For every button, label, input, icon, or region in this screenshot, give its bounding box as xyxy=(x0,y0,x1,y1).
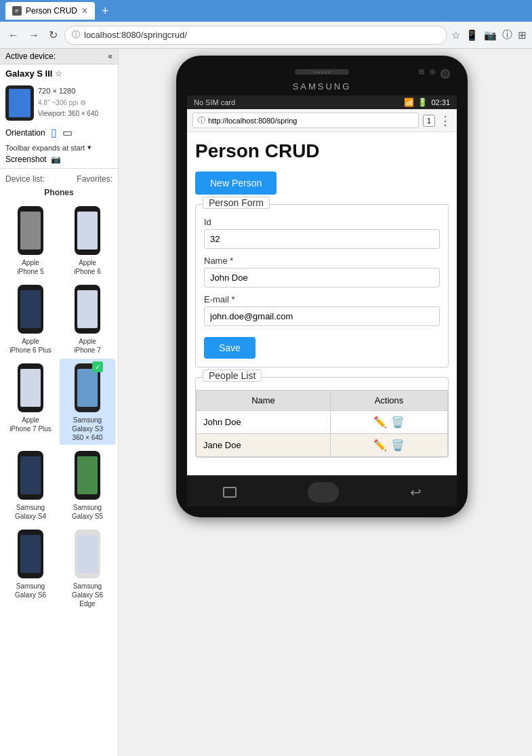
edit-btn-jane[interactable]: ✏️ xyxy=(373,439,387,452)
favorite-star[interactable]: ☆ xyxy=(55,69,62,79)
address-bar[interactable]: ⓘ localhost:8080/springcrud/ xyxy=(64,26,447,45)
people-list-title: People List xyxy=(203,370,262,382)
phone-tab-btn[interactable]: 1 xyxy=(423,115,435,127)
toolbar-expands-row: Toolbar expands at start ▾ xyxy=(0,142,118,153)
status-right: 📶 🔋 02:31 xyxy=(404,98,450,107)
url-text: localhost:8080/springcrud/ xyxy=(84,30,440,40)
device-label-galaxys6: SamsungGalaxy S6 xyxy=(15,582,46,599)
device-img-iphone5 xyxy=(15,204,46,257)
col-name-header: Name xyxy=(197,391,331,411)
device-item-iphone6plus[interactable]: AppleiPhone 6 Plus xyxy=(3,280,58,357)
phone-url-bar[interactable]: ⓘ http://localhost:8080/spring xyxy=(192,113,419,128)
device-thumbnail xyxy=(5,85,34,121)
device-name-row: Galaxy S III ☆ xyxy=(0,64,118,83)
device-item-galaxys5[interactable]: SamsungGalaxy S5 xyxy=(60,446,115,523)
recent-apps-btn[interactable] xyxy=(223,487,237,498)
device-item-iphone7[interactable]: AppleiPhone 7 xyxy=(60,280,115,357)
phone-body xyxy=(75,451,100,500)
tab-close-btn[interactable]: ✕ xyxy=(81,6,88,16)
toolbar-expands-text: Toolbar expands at start xyxy=(5,144,85,152)
main-area: Active device: « Galaxy S III ☆ 720 × 12… xyxy=(0,49,532,756)
device-label-iphone6: AppleiPhone 6 xyxy=(74,258,100,276)
device-list-label: Device list: xyxy=(5,174,45,184)
landscape-orientation-btn[interactable]: ▭ xyxy=(62,126,73,139)
edit-btn-john[interactable]: ✏️ xyxy=(373,416,387,429)
phone-body xyxy=(75,206,100,255)
device-item-galaxys6edge[interactable]: SamsungGalaxy S6Edge xyxy=(60,525,115,611)
ppi: ~306 ppi xyxy=(52,99,78,106)
grid-btn[interactable]: ⊞ xyxy=(518,29,527,41)
phone-body xyxy=(18,285,43,334)
tab-favicon: P xyxy=(12,6,22,16)
refresh-btn[interactable]: ↻ xyxy=(46,26,60,44)
email-input[interactable] xyxy=(204,306,440,326)
device-img-galaxys6 xyxy=(15,528,46,580)
save-button[interactable]: Save xyxy=(204,337,255,359)
new-person-button[interactable]: New Person xyxy=(195,172,277,195)
phone-body xyxy=(18,451,43,500)
person-form-title: Person Form xyxy=(203,197,270,209)
delete-btn-john[interactable]: 🗑️ xyxy=(391,416,405,429)
device-name: Galaxy S III xyxy=(5,68,52,79)
orientation-row: Orientation ▯ ▭ xyxy=(0,123,118,142)
status-bar: No SIM card 📶 🔋 02:31 xyxy=(187,96,457,109)
email-field-group: E-mail * xyxy=(204,294,440,326)
device-item-iphone7plus[interactable]: AppleiPhone 7 Plus xyxy=(3,359,58,445)
device-list-header: Device list: Favorites: xyxy=(0,172,118,186)
bookmark-btn[interactable]: ☆ xyxy=(451,29,460,41)
actions-cell: ✏️ 🗑️ xyxy=(330,434,447,457)
browser-tab[interactable]: P Person CRUD ✕ xyxy=(5,2,95,20)
device-label-galaxys6edge: SamsungGalaxy S6Edge xyxy=(72,582,103,608)
col-actions-header: Actions xyxy=(330,391,447,411)
device-item-iphone5[interactable]: AppleiPhone 5 xyxy=(3,201,58,279)
back-btn[interactable]: ← xyxy=(5,26,22,44)
samsung-logo: SAMSUNG xyxy=(187,80,457,96)
divider xyxy=(0,168,118,169)
phone-screen xyxy=(77,212,98,250)
device-label-iphone7: AppleiPhone 7 xyxy=(74,337,100,355)
id-input[interactable] xyxy=(204,229,440,249)
device-item-galaxys3[interactable]: ✓ SamsungGalaxy S3360 × 640 xyxy=(60,359,115,445)
device-specs: 720 × 1280 4.8" ~306 ppi ⚙ Viewport: 360… xyxy=(0,83,118,123)
thumb-screen xyxy=(9,89,30,117)
screenshot-label: Screenshot xyxy=(5,155,47,164)
phone-url-text: http://localhost:8080/spring xyxy=(208,117,297,125)
phone-screen xyxy=(77,456,98,494)
device-item-galaxys4[interactable]: SamsungGalaxy S4 xyxy=(3,446,58,523)
person-form-body: Id Name * xyxy=(196,205,448,367)
new-tab-btn[interactable]: + xyxy=(99,4,112,18)
device-item-galaxys6[interactable]: SamsungGalaxy S6 xyxy=(3,525,58,611)
app-title: Person CRUD xyxy=(195,140,449,162)
info-icon: ⓘ xyxy=(72,29,80,41)
forward-btn[interactable]: → xyxy=(26,26,42,44)
mobile-view-btn[interactable]: 📱 xyxy=(466,29,478,41)
collapse-btn[interactable]: « xyxy=(108,52,112,61)
name-input[interactable] xyxy=(204,268,440,287)
camera-btn[interactable]: 📷 xyxy=(484,29,497,41)
phone-browser-bar: ⓘ http://localhost:8080/spring 1 ⋮ xyxy=(187,109,457,132)
camera-icon[interactable]: 📷 xyxy=(51,155,61,164)
back-btn-phone[interactable]: ↩ xyxy=(410,484,422,500)
phone-bottom-bar: ↩ xyxy=(187,475,457,506)
phone-screen: No SIM card 📶 🔋 02:31 ⓘ http://localhost… xyxy=(187,96,457,475)
device-item-iphone6[interactable]: AppleiPhone 6 xyxy=(60,201,115,279)
delete-btn-jane[interactable]: 🗑️ xyxy=(391,439,405,452)
table-row: Jane Doe ✏️ 🗑️ xyxy=(197,434,448,457)
phone-screen xyxy=(20,535,41,573)
device-label-iphone7plus: AppleiPhone 7 Plus xyxy=(9,416,52,433)
active-check-badge: ✓ xyxy=(92,361,103,372)
people-table: Name Actions John Doe xyxy=(196,390,448,457)
home-btn[interactable] xyxy=(308,482,339,502)
device-label-iphone6plus: AppleiPhone 6 Plus xyxy=(9,337,52,355)
name-required: * xyxy=(230,256,233,266)
dropdown-icon[interactable]: ▾ xyxy=(87,143,91,152)
info-btn[interactable]: ⓘ xyxy=(502,28,512,41)
people-list-card: People List Name Actions xyxy=(195,377,449,458)
phone-menu-btn[interactable]: ⋮ xyxy=(439,113,451,128)
portrait-orientation-btn[interactable]: ▯ xyxy=(51,126,57,139)
sensor-dot xyxy=(419,69,424,75)
speaker-dot xyxy=(328,71,330,73)
toolbar-icons: ☆ 📱 📷 ⓘ ⊞ xyxy=(451,28,527,41)
device-size: 4.8" xyxy=(38,99,49,106)
orientation-label: Orientation xyxy=(5,128,45,138)
